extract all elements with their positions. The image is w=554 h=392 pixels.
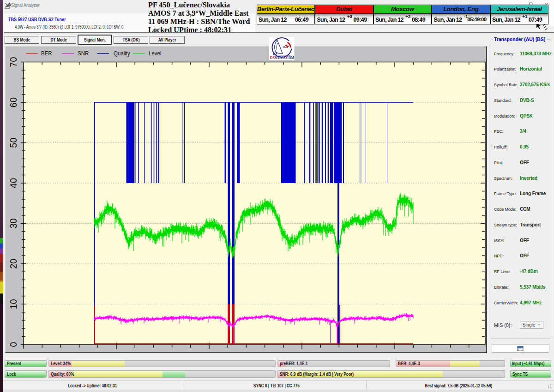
svg-text:0: 0 bbox=[8, 342, 18, 347]
svg-text:10: 10 bbox=[8, 299, 18, 309]
svg-text:30: 30 bbox=[8, 218, 18, 228]
svg-text:70: 70 bbox=[8, 57, 18, 67]
svg-text:60: 60 bbox=[8, 97, 18, 107]
svg-text:50: 50 bbox=[8, 137, 18, 148]
svg-text:20: 20 bbox=[8, 259, 18, 269]
svg-text:40: 40 bbox=[8, 178, 18, 188]
